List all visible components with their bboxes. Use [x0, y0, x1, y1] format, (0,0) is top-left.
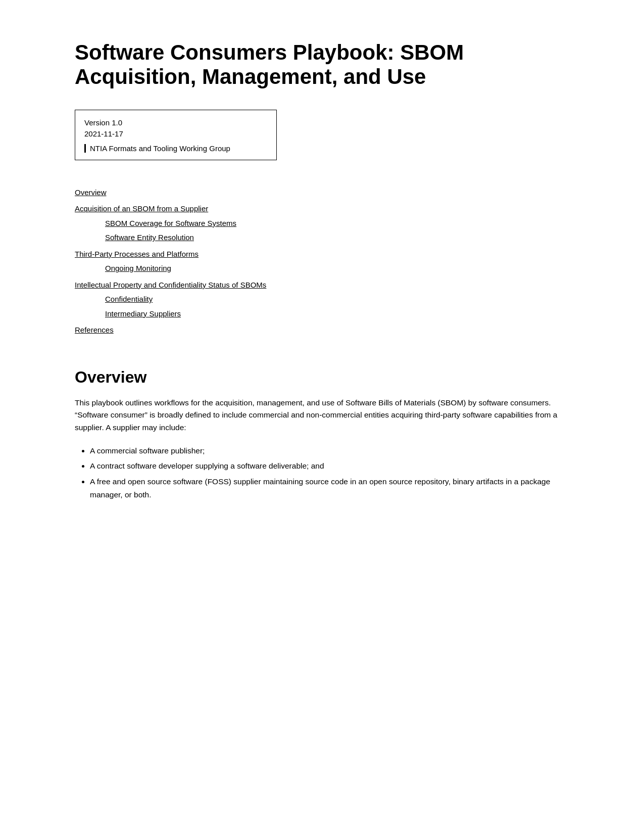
toc-item-overview[interactable]: Overview [75, 186, 569, 200]
title-line1: Software Consumers Playbook: SBOM [75, 40, 464, 64]
bullet-item-1: A commercial software publisher; [90, 444, 569, 457]
title-line2: Acquisition, Management, and Use [75, 65, 426, 88]
org-text: NTIA Formats and Tooling Working Group [84, 144, 267, 153]
toc-group-acquisition: Acquisition of an SBOM from a Supplier S… [75, 202, 569, 245]
page-title: Software Consumers Playbook: SBOM Acquis… [75, 40, 569, 89]
toc-group-third-party: Third-Party Processes and Platforms Ongo… [75, 247, 569, 276]
toc-item-ip[interactable]: Intellectual Property and Confidentialit… [75, 278, 569, 293]
toc-item-confidentiality[interactable]: Confidentiality [105, 292, 569, 307]
toc-item-sbom-coverage[interactable]: SBOM Coverage for Software Systems [105, 216, 569, 231]
toc-group-references: References [75, 323, 569, 338]
toc-item-entity-resolution[interactable]: Software Entity Resolution [105, 230, 569, 245]
bullet-item-3: A free and open source software (FOSS) s… [90, 475, 569, 502]
table-of-contents: Overview Acquisition of an SBOM from a S… [75, 186, 569, 338]
toc-item-intermediary[interactable]: Intermediary Suppliers [105, 307, 569, 321]
toc-item-ongoing-monitoring[interactable]: Ongoing Monitoring [105, 261, 569, 276]
toc-item-acquisition[interactable]: Acquisition of an SBOM from a Supplier [75, 202, 569, 216]
overview-body: This playbook outlines workflows for the… [75, 397, 569, 434]
overview-heading: Overview [75, 368, 569, 387]
toc-group-overview: Overview [75, 186, 569, 200]
version-text: Version 1.0 [84, 117, 267, 129]
date-text: 2021-11-17 [84, 128, 267, 140]
overview-bullet-list: A commercial software publisher; A contr… [90, 444, 569, 501]
toc-group-ip: Intellectual Property and Confidentialit… [75, 278, 569, 321]
toc-item-references[interactable]: References [75, 323, 569, 338]
version-box: Version 1.0 2021-11-17 NTIA Formats and … [75, 110, 277, 160]
toc-item-third-party[interactable]: Third-Party Processes and Platforms [75, 247, 569, 262]
bullet-item-2: A contract software developer supplying … [90, 459, 569, 473]
overview-section: Overview This playbook outlines workflow… [75, 368, 569, 502]
